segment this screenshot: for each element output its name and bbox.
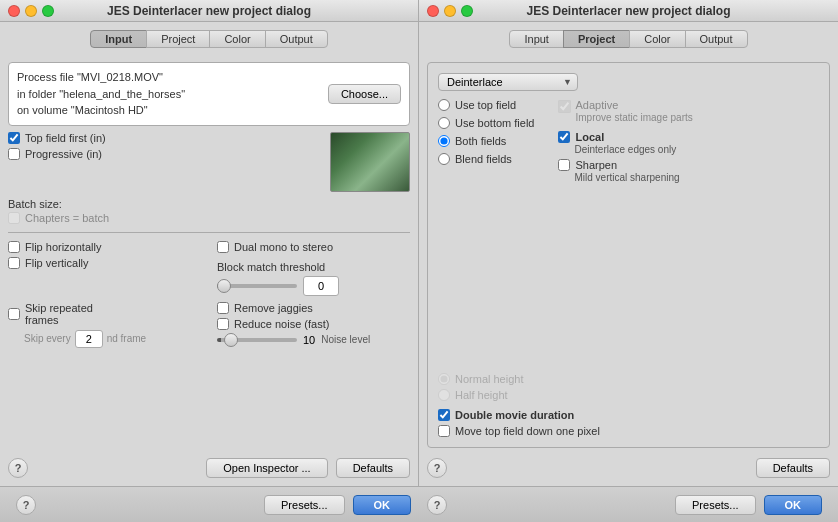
bottom-help-button-left[interactable]: ? [16, 495, 36, 515]
remove-jaggies-checkbox[interactable] [217, 302, 229, 314]
top-field-first-row: Top field first (in) [8, 132, 106, 144]
use-bottom-field-row: Use bottom field [438, 117, 534, 129]
chapters-batch-label: Chapters = batch [25, 212, 109, 224]
adaptive-section: Adaptive Improve static image parts [558, 99, 819, 123]
left-tabs: Input Project Color Output [8, 30, 410, 48]
ok-button-left[interactable]: OK [353, 495, 412, 515]
chapters-batch-checkbox[interactable] [8, 212, 20, 224]
tab-color-left[interactable]: Color [209, 30, 265, 48]
double-duration-checkbox[interactable] [438, 409, 450, 421]
tab-output-left[interactable]: Output [265, 30, 328, 48]
choose-button[interactable]: Choose... [328, 84, 401, 104]
tab-input-right[interactable]: Input [509, 30, 563, 48]
noise-level-label: Noise level [321, 334, 370, 345]
flip-horiz-checkbox[interactable] [8, 241, 20, 253]
height-section: Normal height Half height [438, 373, 819, 401]
presets-button-right[interactable]: Presets... [675, 495, 755, 515]
adaptive-checkbox[interactable] [558, 100, 571, 113]
presets-button-left[interactable]: Presets... [264, 495, 344, 515]
flip-horiz-label: Flip horizontally [25, 241, 101, 253]
normal-height-radio[interactable] [438, 373, 450, 385]
right-panel-inner: Deinterlace ▼ Use top field [427, 62, 830, 448]
reduce-noise-row: Reduce noise (fast) [217, 318, 410, 330]
right-defaults-button[interactable]: Defaults [756, 458, 830, 478]
tab-output-right[interactable]: Output [685, 30, 748, 48]
left-help-button[interactable]: ? [8, 458, 28, 478]
right-bottom-buttons: ? Defaults [427, 454, 830, 478]
sharpen-sublabel: Mild vertical sharpening [574, 172, 819, 183]
options-dual-col: Flip horizontally Flip vertically Dual m… [8, 241, 410, 296]
double-duration-label: Double movie duration [455, 409, 574, 421]
remove-jaggies-label: Remove jaggies [234, 302, 313, 314]
local-section: Local Deinterlace edges only [558, 131, 819, 155]
sharpen-label: Sharpen [575, 159, 617, 171]
use-top-field-radio[interactable] [438, 99, 450, 111]
right-window-title: JES Deinterlacer new project dialog [526, 4, 730, 18]
ok-button-right[interactable]: OK [764, 495, 823, 515]
right-options-col: Adaptive Improve static image parts Loca… [558, 99, 819, 369]
field-radio-group: Use top field Use bottom field Both fiel… [438, 99, 534, 369]
left-defaults-button[interactable]: Defaults [336, 458, 410, 478]
block-match-label: Block match threshold [217, 261, 339, 273]
use-bottom-field-label: Use bottom field [455, 117, 534, 129]
deinterlace-dropdown-row: Deinterlace ▼ [438, 73, 819, 91]
open-inspector-button[interactable]: Open Inspector ... [206, 458, 327, 478]
progressive-checkbox[interactable] [8, 148, 20, 160]
skip-value-input[interactable] [75, 330, 103, 348]
skip-frames-checkbox[interactable] [8, 308, 20, 320]
local-checkbox[interactable] [558, 131, 570, 143]
close-button-left[interactable] [8, 5, 20, 17]
dual-mono-checkbox[interactable] [217, 241, 229, 253]
right-help-button[interactable]: ? [427, 458, 447, 478]
move-top-field-checkbox[interactable] [438, 425, 450, 437]
file-info-box: Process file "MVI_0218.MOV" in folder "h… [8, 62, 410, 126]
sharpen-checkbox[interactable] [558, 159, 570, 171]
half-height-radio[interactable] [438, 389, 450, 401]
skip-label1: Skip repeated [25, 302, 93, 314]
minimize-button-left[interactable] [25, 5, 37, 17]
skip-frames-row: Skip repeated frames [8, 302, 201, 326]
dual-mono-label: Dual mono to stereo [234, 241, 333, 253]
block-match-slider[interactable] [217, 284, 297, 288]
use-top-field-row: Use top field [438, 99, 534, 111]
close-button-right[interactable] [427, 5, 439, 17]
local-row: Local [558, 131, 819, 143]
remove-jaggies-row: Remove jaggies [217, 302, 410, 314]
skip-frames-label: Skip repeated frames [25, 302, 93, 326]
left-titlebar: JES Deinterlacer new project dialog [0, 0, 418, 22]
top-field-first-checkbox[interactable] [8, 132, 20, 144]
tab-color-right[interactable]: Color [629, 30, 685, 48]
bottom-right: ? Presets... OK [411, 495, 822, 515]
file-line2: in folder "helena_and_the_horses" [17, 86, 328, 103]
file-line3: on volume "Macintosh HD" [17, 102, 328, 119]
tab-project-right[interactable]: Project [563, 30, 630, 48]
bottom-help-button-right[interactable]: ? [427, 495, 447, 515]
use-bottom-field-radio[interactable] [438, 117, 450, 129]
adaptive-label: Adaptive [575, 99, 692, 111]
block-match-input[interactable]: 0 [303, 276, 339, 296]
maximize-button-left[interactable] [42, 5, 54, 17]
tab-input-left[interactable]: Input [90, 30, 147, 48]
noise-level-slider[interactable] [217, 338, 297, 342]
both-fields-radio[interactable] [438, 135, 450, 147]
deinterlace-select[interactable]: Deinterlace [438, 73, 578, 91]
blend-fields-radio[interactable] [438, 153, 450, 165]
right-titlebar: JES Deinterlacer new project dialog [419, 0, 838, 22]
maximize-button-right[interactable] [461, 5, 473, 17]
both-fields-label: Both fields [455, 135, 506, 147]
bottom-left: ? Presets... OK [16, 495, 411, 515]
batch-size-label: Batch size: [8, 198, 410, 210]
sharpen-section: Sharpen Mild vertical sharpening [558, 159, 819, 183]
progressive-label: Progressive (in) [25, 148, 102, 160]
flip-vert-row: Flip vertically [8, 257, 201, 269]
chapters-batch-row: Chapters = batch [8, 212, 410, 224]
skip-label2: frames [25, 314, 59, 326]
minimize-button-right[interactable] [444, 5, 456, 17]
left-bottom-buttons: ? Open Inspector ... Defaults [8, 454, 410, 478]
tab-project-left[interactable]: Project [146, 30, 210, 48]
top-field-first-label: Top field first (in) [25, 132, 106, 144]
flip-vert-checkbox[interactable] [8, 257, 20, 269]
video-thumbnail [330, 132, 410, 192]
dual-mono-row: Dual mono to stereo [217, 241, 333, 253]
reduce-noise-checkbox[interactable] [217, 318, 229, 330]
